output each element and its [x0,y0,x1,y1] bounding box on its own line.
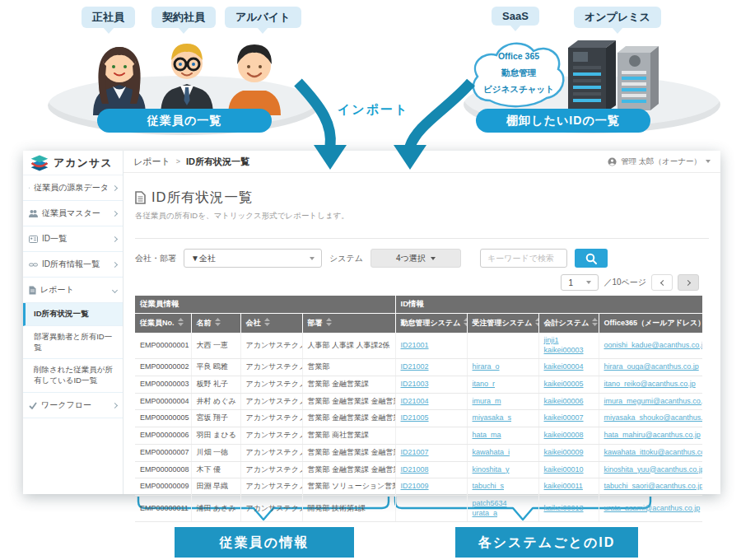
next-page-button[interactable] [678,274,699,291]
id-link[interactable]: patch5634 [473,499,507,507]
id-link[interactable]: kaikei00005 [544,380,584,388]
sidebar-subitem-id-status[interactable]: ID所有状況一覧 [23,303,123,326]
sidebar-item-report[interactable]: レポート [23,278,123,303]
id-link[interactable]: urata_a [473,509,498,517]
cell-kaikei-id: kaikei00004 [538,359,599,376]
col-header-juchu[interactable]: 受注管理システム [467,314,538,334]
cell-dept: 営業部 金融営業課 金融営業課2係 [302,410,395,427]
id-matrix-table: 従業員情報 ID情報 従業員No. 名前 会社 部署 勤怠管理システム 受注管理… [135,296,702,522]
col-header-name[interactable]: 名前 [191,314,240,334]
company-select-value: ▼全社 [191,253,216,264]
cell-company: アカンサステクノ [240,376,302,394]
app-logo[interactable]: アカンサス [23,151,123,175]
import-arrow-left [298,82,330,147]
sidebar-item-label: 従業員マスター [42,208,100,219]
search-input[interactable] [480,249,567,268]
col-header-kaikei[interactable]: 会計システム [538,314,599,334]
cell-juchu-id: itano_r [467,376,538,394]
id-link[interactable]: kaikei00007 [544,413,584,422]
user-menu-label: 管理 太郎（オーナー） [621,156,701,167]
id-link[interactable]: kaikei00008 [544,431,584,439]
cell-name: 井村 めぐみ [191,393,240,410]
sidebar-item-employee-master[interactable]: 従業員マスター [23,201,123,226]
sidebar-item-workflow[interactable]: ワークフロー [23,393,123,418]
col-header-office365[interactable]: Office365（メールアドレス） [599,314,702,334]
email-link[interactable]: imura_megumi@acanthus.co.jp [604,397,703,405]
server-icons [565,38,662,115]
chevron-right-icon [112,403,118,408]
id-link[interactable]: kaikei00011 [544,482,583,490]
email-link[interactable]: itano_reiko@acanthus.co.jp [604,380,696,388]
cell-juchu-id: hata_ma [467,427,538,445]
id-link[interactable]: kinoshita_y [473,465,510,474]
cell-juchu-id: miyasaka_s [467,410,538,427]
id-link[interactable]: ID21004 [401,397,429,405]
id-link[interactable]: tabuchi_s [473,482,505,490]
id-link[interactable]: imura_m [473,397,501,405]
search-button[interactable] [575,249,608,268]
col-header-kintai[interactable]: 勤怠管理システム [395,314,467,334]
search-icon [585,253,597,264]
system-multiselect-button[interactable]: 4つ選択 [370,249,461,268]
cell-dept: 営業部 商社営業課 [302,427,395,445]
email-link[interactable]: hirara_ouga@acanthus.co.jp [604,362,699,371]
email-link[interactable]: kawahata_ittoku@acanthus.co.jp [604,448,703,456]
id-link[interactable]: ID21005 [401,413,429,422]
sidebar-item-source-data[interactable]: 従業員の源泉データ [23,175,123,201]
breadcrumb-section[interactable]: レポート [133,156,170,168]
cell-email: oonishi_kadue@acanthus.co.jp [599,333,702,359]
id-link[interactable]: ID21001 [401,341,429,349]
cell-name: 浦田 あさみ [191,495,240,521]
user-menu[interactable]: 管理 太郎（オーナー） [608,156,711,167]
id-link[interactable]: kaikei00003 [544,346,584,354]
id-link[interactable]: kaikei00010 [544,465,584,474]
cell-dept: 営業部 [302,359,395,376]
sort-icon [215,318,221,326]
email-link[interactable]: urata_asami@acanthus.co.jp [604,504,701,512]
id-link[interactable]: kawahata_i [473,448,510,456]
cell-email: imura_megumi@acanthus.co.jp [599,393,702,410]
id-link[interactable]: hata_ma [473,431,501,439]
id-link[interactable]: ID21008 [401,465,429,474]
id-link[interactable]: ID21009 [401,482,429,490]
cloud-service-office365: Office 365 [468,48,569,64]
email-link[interactable]: kinoshita_yuu@acanthus.co.jp [604,465,703,474]
id-link[interactable]: ID21003 [401,380,429,388]
cell-company: アカンサステクノ [240,393,302,410]
prev-page-button[interactable] [651,274,673,291]
email-link[interactable]: hata_mahiru@acanthus.co.jp [604,431,701,439]
sidebar-subitem-deleted[interactable]: 削除された従業員が所有しているID一覧 [23,359,123,393]
id-link[interactable]: kaikei00004 [544,362,584,371]
cell-company: アカンサステクノ [240,427,302,445]
id-link[interactable]: itano_r [473,380,496,388]
chevron-down-icon [112,287,118,292]
table-row: EMP00000009 田淵 早織 アカンサステクノ 営業部 ソリューション営業… [135,478,702,496]
page-select[interactable]: 1 [561,274,599,291]
company-select[interactable]: ▼全社 [184,249,322,268]
cell-company: アカンサステクノ [240,333,302,359]
id-link[interactable]: hirara_o [473,362,500,371]
id-link[interactable]: ID21007 [401,448,429,456]
cell-dept: 営業部 金融営業課 金融営業課2係 [302,461,395,478]
cell-email: hata_mahiru@acanthus.co.jp [599,427,702,445]
bubble-fulltime: 正社員 [82,7,135,28]
col-header-dept[interactable]: 部署 [302,314,395,334]
col-header-emp-no[interactable]: 従業員No. [135,314,191,334]
filter-bar: 会社・部署 ▼全社 システム 4つ選択 [135,249,608,268]
cell-company: アカンサステクノ [240,461,302,478]
id-link[interactable]: kaikei00009 [544,448,584,456]
id-link[interactable]: kaikei00006 [544,397,584,405]
id-link[interactable]: miyasaka_s [473,413,512,422]
sidebar-item-id-info[interactable]: ID所有情報一覧 [23,252,123,278]
cell-emp-no: EMP00000005 [135,410,191,427]
id-link[interactable]: jinji1 [544,336,559,344]
id-link[interactable]: ID21002 [401,362,429,371]
email-link[interactable]: tabuchi_saori@acanthus.co.jp [604,482,703,490]
id-link[interactable]: kaikei00013 [544,504,584,512]
col-header-company[interactable]: 会社 [240,314,302,334]
email-link[interactable]: miyasaka_shouko@acanthus.co.jp [604,413,703,422]
cell-name: 平良 鴎雅 [191,359,240,376]
email-link[interactable]: oonishi_kadue@acanthus.co.jp [604,341,703,349]
sidebar-subitem-transfers[interactable]: 部署異動者と所有ID一覧 [23,326,123,360]
sidebar-item-id-list[interactable]: ID一覧 [23,226,123,252]
